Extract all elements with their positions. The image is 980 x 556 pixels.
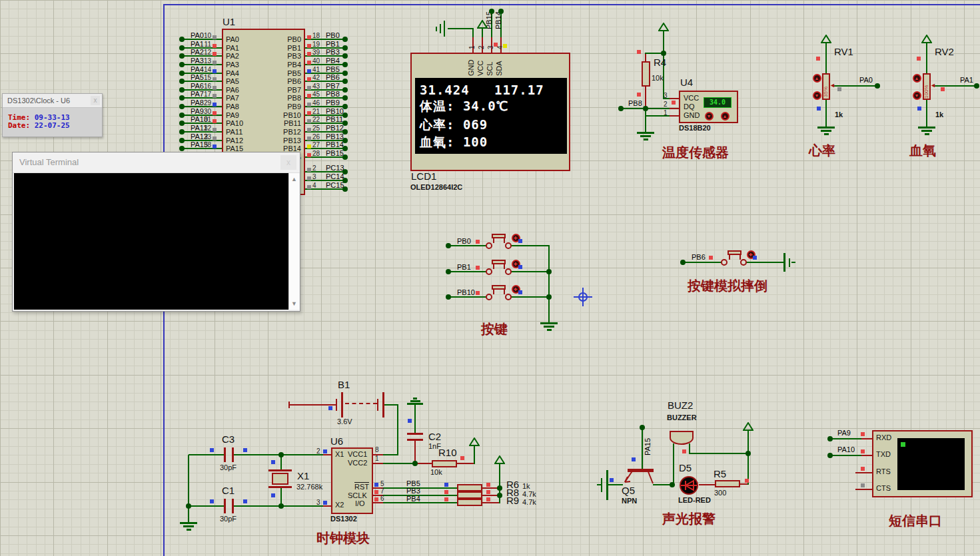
junction-dot xyxy=(661,51,666,56)
junction-dot xyxy=(497,493,502,498)
schematic-canvas[interactable]: U1PA010PA0PA111PA1PA212PA2PA313PA3PA414P… xyxy=(0,0,980,556)
wire xyxy=(855,489,872,490)
x1-plate xyxy=(268,486,292,488)
close-icon[interactable]: x xyxy=(280,155,296,170)
junction-dot xyxy=(278,503,284,509)
ds1302-clock-popup[interactable]: DS1302\Clock - U6 x Time: 09-33-13 Date:… xyxy=(2,93,103,137)
ground-icon xyxy=(817,127,835,129)
terminal-screen[interactable] xyxy=(14,173,288,310)
rv1-up-button[interactable]: ▲ xyxy=(813,74,821,83)
popup-title-bar[interactable]: DS1302\Clock - U6 x xyxy=(3,94,102,108)
u1-internal-PA7: PA7 xyxy=(226,94,239,102)
junction-dot xyxy=(342,87,348,93)
label-temp-r4_val: 10k xyxy=(652,74,664,82)
label-clock-c3_ref: C3 xyxy=(222,434,235,445)
label-rv1-val: 1k xyxy=(835,111,843,119)
pin-indicator-gray xyxy=(213,94,217,98)
temp-down-button[interactable]: ▼ xyxy=(705,112,714,121)
u1-pin-num: 19 xyxy=(312,41,320,48)
u1-internal-PA2: PA2 xyxy=(226,52,239,60)
pin-indicator-red xyxy=(941,87,945,91)
u1-pin-label-PC14: PC14 xyxy=(326,172,344,180)
rv2-percent: 100% xyxy=(924,85,930,99)
junction-dot xyxy=(179,53,185,59)
wire xyxy=(234,505,281,507)
terminal-scrollbar[interactable]: ▲ ▼ xyxy=(288,173,299,310)
x1-crystal-body[interactable] xyxy=(272,473,288,485)
wire xyxy=(448,296,487,298)
virtual-terminal-window[interactable]: Virtual Terminal x ▲ ▼ xyxy=(12,152,300,312)
buz2-buzzer-body[interactable] xyxy=(670,431,694,445)
r10-resistor[interactable] xyxy=(432,460,457,467)
label-clock-u6_ref: U6 xyxy=(330,436,343,447)
pin-indicator-blue xyxy=(632,457,636,461)
u1-pin-num: 16 xyxy=(198,83,211,90)
terminal-title-bar[interactable]: Virtual Terminal x xyxy=(13,152,300,173)
pin-indicator-red xyxy=(213,111,217,115)
wire xyxy=(830,455,862,456)
u1-internal-PA11: PA11 xyxy=(226,128,243,136)
close-icon[interactable]: x xyxy=(91,96,100,105)
label-clock-u6_right-rst: RST xyxy=(354,483,369,491)
ground-icon xyxy=(824,133,829,135)
net-label-pa10: PA10 xyxy=(837,445,855,453)
ground-icon xyxy=(544,326,554,328)
junction-dot xyxy=(179,37,185,42)
pin-indicator-blue xyxy=(213,69,217,73)
pin-indicator-gray xyxy=(307,86,311,90)
label-clock-res-2-ref: R9 xyxy=(506,495,519,507)
r5-resistor[interactable] xyxy=(715,480,740,487)
lcd-pin-num: 2 xyxy=(478,45,485,49)
q5-transistor[interactable] xyxy=(616,465,656,487)
u1-pin-num: 28 xyxy=(312,150,320,157)
rv2-up-button[interactable]: ▲ xyxy=(913,74,921,83)
d5-led-red[interactable] xyxy=(679,475,699,495)
u1-pin-num: 14 xyxy=(198,66,211,73)
scroll-down-icon[interactable]: ▼ xyxy=(289,300,299,307)
wire xyxy=(323,505,331,507)
u1-pin-num: 21 xyxy=(312,108,320,115)
temp-up-button[interactable]: ▲ xyxy=(721,112,730,121)
r8-resistor[interactable] xyxy=(457,491,482,499)
wire xyxy=(606,470,608,500)
r4-resistor[interactable] xyxy=(642,61,650,87)
r6-resistor[interactable] xyxy=(457,484,482,491)
u1-internal-PB9: PB9 xyxy=(262,103,301,111)
pin-indicator-gray xyxy=(307,176,311,180)
wire xyxy=(482,502,500,503)
pin-indicator-blue xyxy=(307,69,311,73)
label-clock-r10_ref: R10 xyxy=(438,447,457,459)
net-label-pa9: PA9 xyxy=(837,429,851,437)
serial-terminal-screen[interactable] xyxy=(897,438,965,490)
u1-internal-PB13: PB13 xyxy=(262,137,301,144)
u1-internal-PB0: PB0 xyxy=(262,35,301,43)
u1-pin-label-PB1: PB1 xyxy=(326,40,340,48)
junction-dot xyxy=(179,146,185,151)
label-serial-pins-2: RTS xyxy=(876,467,891,475)
wire xyxy=(729,254,730,260)
wire xyxy=(789,258,790,267)
wire xyxy=(825,100,827,127)
caption-serial: 短信串口 xyxy=(889,513,942,528)
pin-indicator-blue xyxy=(328,406,332,410)
label-alarm-buz_model: BUZZER xyxy=(667,414,697,421)
u1-pin-label-PB12: PB12 xyxy=(326,124,344,132)
wire xyxy=(511,296,550,298)
label-alarm-r_ref: R5 xyxy=(714,469,726,480)
u1-pin-num: 2 xyxy=(312,164,316,172)
pin-indicator-red xyxy=(213,44,217,48)
wire xyxy=(855,472,872,473)
lcd-pin-GND: GND xyxy=(467,60,475,76)
pin-indicator-red xyxy=(486,483,490,487)
r9-resistor[interactable] xyxy=(457,499,482,506)
scroll-up-icon[interactable]: ▲ xyxy=(289,176,299,182)
u1-pin-num: 17 xyxy=(198,91,211,98)
wire xyxy=(436,27,437,31)
wire xyxy=(493,264,494,269)
junction-dot xyxy=(342,95,348,101)
rv2-down-button[interactable]: ▼ xyxy=(913,91,921,100)
label-serial-pins-0: RXD xyxy=(876,433,891,441)
rv1-down-button[interactable]: ▼ xyxy=(813,91,821,100)
pin-indicator-red xyxy=(637,50,641,54)
label-clock-c1_val: 30pF xyxy=(220,515,237,523)
